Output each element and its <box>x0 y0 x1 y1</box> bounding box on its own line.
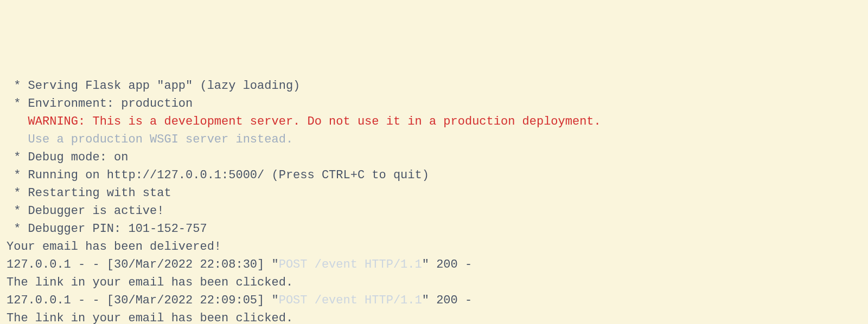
request-suffix: " 200 - <box>422 258 472 271</box>
request-path: POST /event HTTP/1.1 <box>279 294 422 307</box>
log-line-request-1: 127.0.0.1 - - [30/Mar/2022 22:08:30] "PO… <box>7 256 861 274</box>
log-line-debugger-pin: * Debugger PIN: 101-152-757 <box>7 220 861 238</box>
terminal-output: * Serving Flask app "app" (lazy loading)… <box>7 77 861 324</box>
request-path: POST /event HTTP/1.1 <box>279 258 422 271</box>
log-line-link-clicked-1: The link in your email has been clicked. <box>7 274 861 291</box>
request-prefix: 127.0.0.1 - - [30/Mar/2022 22:09:05] " <box>7 294 279 307</box>
log-line-debug-mode: * Debug mode: on <box>7 148 861 166</box>
log-line-debugger-active: * Debugger is active! <box>7 202 861 220</box>
log-line-running: * Running on http://127.0.0.1:5000/ (Pre… <box>7 166 861 184</box>
request-suffix: " 200 - <box>422 294 472 307</box>
log-line-serving: * Serving Flask app "app" (lazy loading) <box>7 77 861 95</box>
request-prefix: 127.0.0.1 - - [30/Mar/2022 22:08:30] " <box>7 258 279 271</box>
log-line-request-2: 127.0.0.1 - - [30/Mar/2022 22:09:05] "PO… <box>7 291 861 309</box>
log-line-warning: WARNING: This is a development server. D… <box>7 113 861 131</box>
log-line-environment: * Environment: production <box>7 95 861 113</box>
log-line-link-clicked-2: The link in your email has been clicked. <box>7 309 861 324</box>
log-line-hint: Use a production WSGI server instead. <box>7 131 861 148</box>
log-line-restarting: * Restarting with stat <box>7 184 861 202</box>
log-line-email-delivered: Your email has been delivered! <box>7 238 861 256</box>
